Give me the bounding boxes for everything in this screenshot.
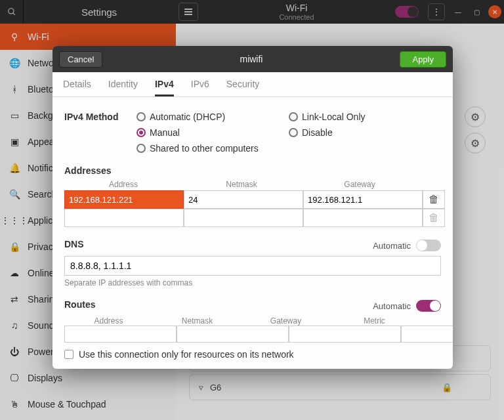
tab-ipv4[interactable]: IPv4 [155, 79, 174, 96]
radio-shared[interactable]: Shared to other computers [136, 143, 441, 154]
dns-auto-toggle[interactable] [416, 240, 441, 251]
tab-ipv6[interactable]: IPv6 [191, 79, 209, 96]
route-metric-input[interactable] [401, 326, 453, 343]
address-input[interactable] [64, 190, 184, 209]
col-address: Address [64, 316, 153, 326]
connection-dialog: Cancel miwifi Apply Details Identity IPv… [52, 46, 453, 369]
dns-input[interactable] [64, 256, 441, 276]
route-gateway-input[interactable] [289, 326, 401, 343]
routes-auto-label: Automatic [373, 301, 411, 311]
netmask-input[interactable] [184, 190, 303, 209]
col-netmask: Netmask [153, 316, 242, 326]
dns-hint: Separate IP addresses with commas [64, 278, 441, 287]
tab-identity[interactable]: Identity [108, 79, 138, 96]
tab-details[interactable]: Details [63, 79, 91, 96]
ipv4-method-label: IPv4 Method [64, 112, 136, 122]
route-netmask-input[interactable] [177, 326, 289, 343]
delete-row-button: 🗑 [423, 209, 445, 227]
dns-title: DNS [64, 239, 84, 249]
netmask-input[interactable] [184, 209, 303, 227]
col-gateway: Gateway [242, 316, 330, 326]
radio-link-local[interactable]: Link-Local Only [289, 112, 441, 122]
radio-auto-dhcp[interactable]: Automatic (DHCP) [136, 112, 289, 122]
tab-security[interactable]: Security [226, 79, 260, 96]
routes-title: Routes [64, 299, 95, 310]
col-address: Address [64, 180, 182, 189]
col-netmask: Netmask [182, 180, 301, 189]
col-metric: Metric [330, 316, 419, 326]
delete-row-button[interactable]: 🗑 [423, 190, 445, 209]
addresses-title: Addresses [64, 165, 441, 176]
radio-manual[interactable]: Manual [136, 127, 289, 138]
gateway-input[interactable] [303, 209, 423, 227]
routes-auto-toggle[interactable] [416, 300, 441, 312]
apply-button[interactable]: Apply [400, 51, 446, 68]
dialog-title: miwifi [102, 54, 400, 64]
route-address-input[interactable] [64, 326, 177, 343]
cancel-button[interactable]: Cancel [59, 51, 102, 68]
gateway-input[interactable] [303, 190, 423, 209]
radio-disable[interactable]: Disable [289, 127, 441, 138]
col-gateway: Gateway [301, 180, 419, 189]
only-resources-checkbox[interactable]: Use this connection only for resources o… [64, 349, 441, 360]
dns-auto-label: Automatic [373, 241, 411, 251]
address-input[interactable] [64, 209, 184, 227]
